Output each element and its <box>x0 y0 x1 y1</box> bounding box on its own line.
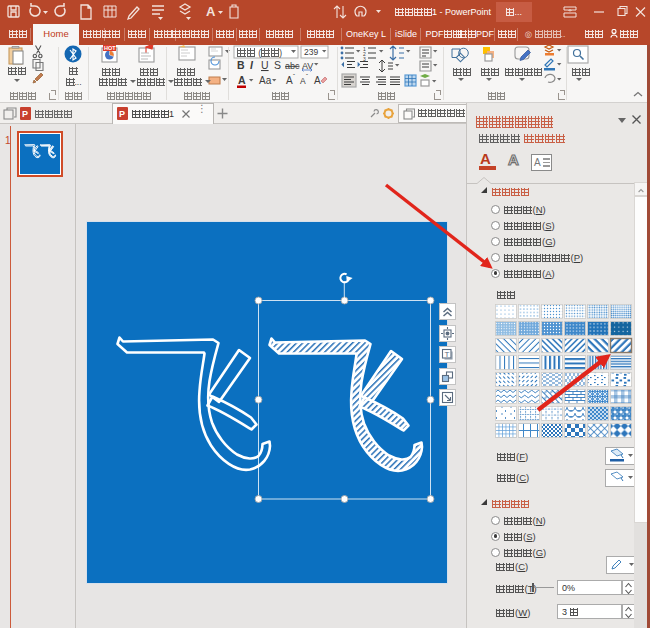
svg-text:T: T <box>445 350 450 359</box>
